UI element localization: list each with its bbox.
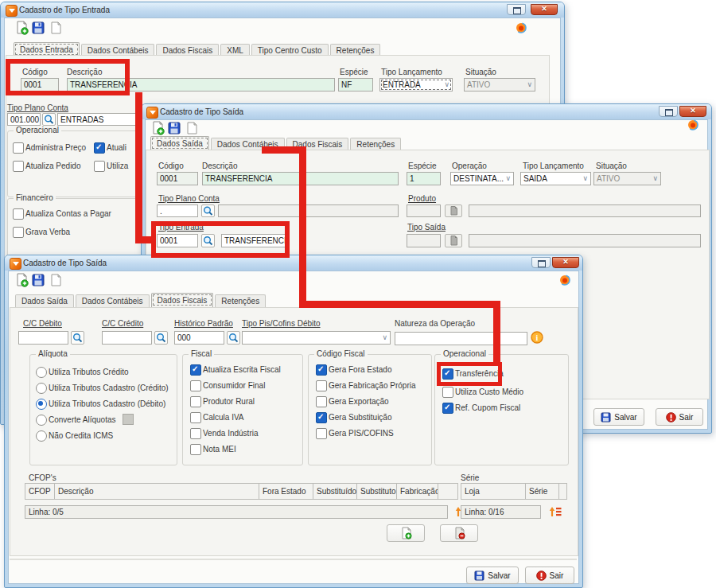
add-row-button[interactable] [387, 524, 425, 542]
situacao-select[interactable]: ATIVO [464, 78, 535, 92]
flame-button-icon[interactable] [559, 275, 570, 287]
new-record-icon[interactable] [151, 121, 165, 135]
operacao-select[interactable]: DESTINATA... [450, 172, 514, 185]
goto-top-list-icon[interactable] [549, 505, 562, 520]
produto-desc-field[interactable] [469, 204, 701, 217]
utiliza-custo-medio-checkbox[interactable] [442, 387, 453, 398]
calcula-iva-checkbox[interactable] [190, 412, 201, 423]
utiliza-tributos-credito-radio[interactable] [36, 367, 47, 378]
codigo-field[interactable]: 0001 [157, 172, 198, 185]
salvar-label: Salvar [614, 413, 636, 422]
tipo-saida-desc-field[interactable] [469, 234, 701, 247]
magnifier-icon[interactable] [42, 113, 56, 126]
save-icon[interactable] [31, 273, 45, 287]
clear-page-icon[interactable] [185, 121, 199, 135]
minimize-button[interactable] [531, 257, 551, 268]
add-row-icon [400, 527, 412, 539]
sair-button[interactable]: Sair [656, 408, 703, 426]
nota-mei-checkbox[interactable] [190, 444, 201, 455]
magnifier-icon[interactable] [227, 331, 240, 345]
tab-dados-saida[interactable]: Dados Saída [15, 294, 74, 307]
sair-button[interactable]: Sair [525, 567, 574, 584]
tipo-lancamento-select[interactable]: SAIDA [520, 172, 591, 185]
gera-fabricacao-propria-checkbox[interactable] [316, 380, 327, 391]
utiliza-tributos-cadastro-credito-radio[interactable] [36, 383, 47, 394]
tipo-plano-conta-field[interactable]: 001.000 [7, 113, 41, 126]
nao-credita-icms-radio[interactable] [36, 430, 47, 442]
tipo-plano-conta-desc-field[interactable] [218, 204, 399, 217]
magnifier-icon[interactable] [201, 204, 215, 217]
magnifier-icon[interactable] [71, 331, 84, 345]
produtor-rural-checkbox[interactable] [190, 396, 201, 407]
tab-dados-fiscais[interactable]: Dados Fiscais [151, 293, 214, 307]
gera-substituicao-label: Gera Substituição [329, 413, 392, 422]
tipo-saida-field[interactable] [407, 234, 441, 247]
tab-retencoes[interactable]: Retenções [350, 138, 401, 150]
gera-pis-cofins-checkbox[interactable] [316, 428, 327, 439]
salvar-button[interactable]: Salvar [466, 567, 519, 584]
group-fiscal-label: Fiscal [189, 349, 214, 358]
document-icon[interactable] [445, 204, 462, 217]
document-icon[interactable] [445, 234, 462, 247]
magnifier-icon[interactable] [154, 331, 168, 345]
utiliza-tributos-cadastro-debito-radio[interactable] [36, 399, 47, 410]
atualiza-contas-pagar-checkbox[interactable] [13, 208, 24, 220]
tipo-plano-conta-desc-field[interactable]: ENTRADAS [57, 113, 146, 126]
administra-preco-checkbox[interactable] [13, 142, 24, 154]
cc-credito-field[interactable] [102, 331, 152, 345]
annotation-rect-codigo-descricao [6, 59, 130, 95]
consumidor-final-checkbox[interactable] [190, 380, 201, 391]
close-button[interactable] [679, 106, 706, 117]
new-record-icon[interactable] [15, 21, 29, 35]
produto-label: Produto [408, 194, 436, 203]
serie-status-bar: Linha: 0/16 [461, 505, 541, 519]
grava-verba-checkbox[interactable] [13, 227, 24, 238]
ref-cupom-fiscal-checkbox[interactable] [442, 403, 453, 414]
titlebar[interactable]: Cadastro de Tipo Saída [142, 104, 711, 119]
tab-dados-saida[interactable]: Dados Saída [150, 136, 209, 150]
clear-page-icon[interactable] [49, 273, 63, 287]
nota-mei-label: Nota MEI [203, 445, 236, 454]
natureza-operacao-field[interactable] [395, 332, 527, 345]
new-record-icon[interactable] [15, 273, 29, 287]
flame-button-icon[interactable] [687, 119, 698, 132]
titlebar[interactable]: Cadastro de Tipo Saída [5, 255, 582, 271]
tab-dados-contabeis[interactable]: Dados Contábeis [76, 294, 150, 307]
remove-row-button[interactable] [440, 524, 478, 542]
gera-substituicao-checkbox[interactable] [316, 412, 327, 423]
save-icon[interactable] [31, 21, 45, 35]
atualiza-checkbox[interactable] [94, 142, 105, 154]
salvar-button[interactable]: Salvar [593, 408, 644, 426]
close-button[interactable] [531, 4, 558, 15]
cc-debito-field[interactable] [18, 331, 68, 345]
flame-button-icon[interactable] [516, 22, 527, 35]
minimize-button[interactable] [507, 4, 526, 15]
titlebar[interactable]: Cadastro de Tipo Entrada [1, 2, 564, 18]
utiliza-checkbox[interactable] [94, 161, 105, 172]
historico-padrao-field[interactable]: 000 [174, 331, 224, 345]
atualiza-escrita-fiscal-checkbox[interactable] [190, 364, 201, 376]
group-aliquota-label: Alíquota [36, 349, 70, 358]
save-icon[interactable] [167, 121, 181, 135]
col-descricao: Descrição [55, 483, 259, 500]
pis-cofins-select[interactable] [242, 331, 391, 345]
close-button[interactable] [552, 257, 579, 268]
tipo-lancamento-select[interactable]: ENTRADA [379, 78, 453, 92]
produto-field[interactable] [407, 204, 441, 217]
especie-field[interactable]: 1 [407, 172, 441, 185]
gera-fora-estado-checkbox[interactable] [316, 364, 327, 376]
converte-aliquotas-radio[interactable] [36, 415, 47, 426]
gera-exportacao-checkbox[interactable] [316, 396, 327, 407]
situacao-select[interactable]: ATIVO [593, 172, 661, 185]
minimize-button[interactable] [659, 106, 678, 117]
sair-label: Sair [550, 571, 564, 580]
tab-retencoes[interactable]: Retenções [215, 294, 266, 307]
annotation-line-vertical-3 [493, 301, 500, 364]
atualiza-pedido-checkbox[interactable] [13, 161, 24, 172]
venda-industria-checkbox[interactable] [190, 428, 201, 439]
clear-page-icon[interactable] [49, 21, 63, 35]
tipo-plano-conta-field[interactable]: . [157, 204, 198, 217]
utiliza-custo-medio-label: Utiliza Custo Médio [455, 387, 523, 396]
especie-field[interactable]: NF [338, 78, 373, 92]
utiliza-tributos-cadastro-credito-label: Utiliza Tributos Cadastro (Crédito) [49, 384, 169, 392]
